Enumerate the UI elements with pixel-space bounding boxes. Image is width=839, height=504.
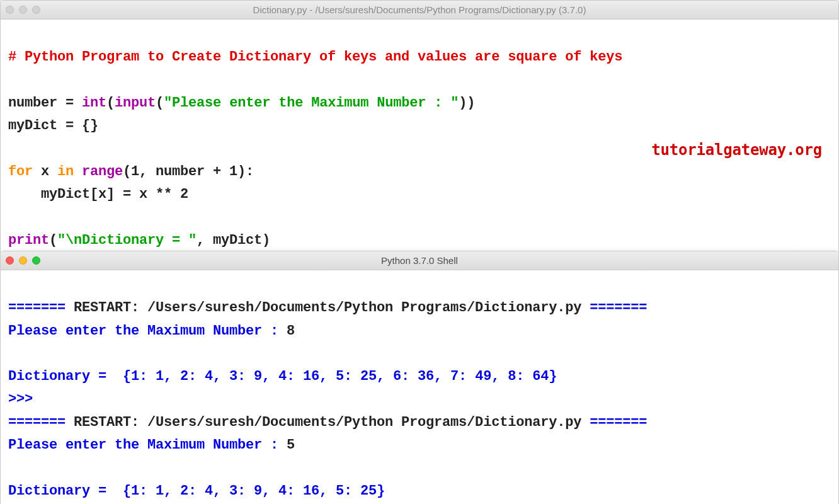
code-string: "\nDictionary = " [57,232,197,248]
zoom-icon[interactable] [32,256,40,265]
output-label: Dictionary = [8,483,115,499]
code-builtin: int [82,95,106,111]
prompt-text: Please enter the Maximum Number : [8,437,287,453]
shell-window: Python 3.7.0 Shell ======= RESTART: /Use… [0,251,839,504]
user-input: 5 [287,437,295,453]
code-text: number [8,95,66,111]
restart-marker: ======= [8,415,66,430]
user-input: 8 [287,323,295,339]
code-builtin: range [82,164,123,180]
watermark: tutorialgateway.org [651,138,822,163]
shell-title: Python 3.7.0 Shell [1,255,838,266]
shell-titlebar[interactable]: Python 3.7.0 Shell [1,251,838,270]
code-keyword: for [8,164,33,180]
zoom-icon[interactable] [32,6,40,14]
editor-code-area[interactable]: # Python Program to Create Dictionary of… [1,20,838,252]
editor-window: Dictionary.py - /Users/suresh/Documents/… [0,0,839,252]
restart-path: RESTART: /Users/suresh/Documents/Python … [66,415,590,430]
code-text: myDict[x] = x ** 2 [8,186,188,202]
output-label: Dictionary = [8,369,115,384]
minimize-icon[interactable] [19,6,27,14]
shell-output-area[interactable]: ======= RESTART: /Users/suresh/Documents… [1,270,838,504]
editor-traffic-lights [6,6,40,14]
restart-path: RESTART: /Users/suresh/Documents/Python … [66,300,590,316]
code-builtin: print [8,232,49,248]
output-value: {1: 1, 2: 4, 3: 9, 4: 16, 5: 25} [115,483,385,499]
prompt-text: Please enter the Maximum Number : [8,323,287,339]
repl-prompt: >>> [8,391,41,407]
shell-traffic-lights [6,256,40,265]
close-icon[interactable] [6,6,14,14]
close-icon[interactable] [6,256,14,265]
restart-marker: ======= [8,300,66,316]
output-value: {1: 1, 2: 4, 3: 9, 4: 16, 5: 25, 6: 36, … [115,369,557,384]
minimize-icon[interactable] [19,256,27,265]
code-builtin: input [115,95,156,111]
code-comment: # Python Program to Create Dictionary of… [8,49,622,65]
code-keyword: in [57,164,74,180]
editor-title: Dictionary.py - /Users/suresh/Documents/… [1,4,838,15]
code-string: "Please enter the Maximum Number : " [164,95,459,111]
code-text: myDict = {} [8,118,98,134]
editor-titlebar[interactable]: Dictionary.py - /Users/suresh/Documents/… [1,1,838,20]
